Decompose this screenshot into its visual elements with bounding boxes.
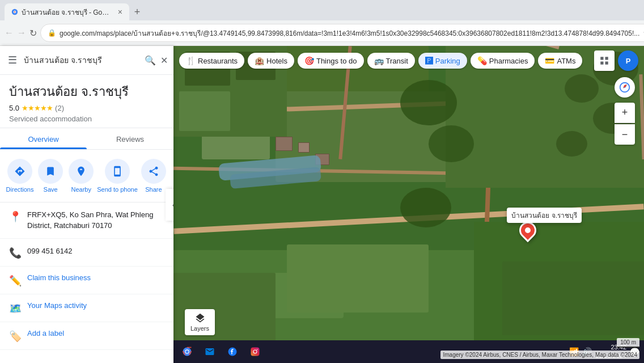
left-panel: ☰ 🔍 ✕ บ้านสวนต้อย จ.ราชบุรี 5.0 ★★★★★ (2…	[0, 46, 173, 363]
nearby-icon-circle	[69, 159, 94, 184]
label-icon: 🏷️	[9, 330, 20, 343]
atm-icon: 💳	[545, 56, 554, 65]
activity-icon: 🗺️	[9, 302, 20, 315]
compass-button[interactable]	[615, 77, 635, 98]
map-attribution: Imagery ©2024 Airbus, CNES / Airbus, Max…	[440, 351, 639, 359]
phone-icon: 📞	[9, 247, 20, 259]
map-scale: 100 m	[617, 338, 639, 348]
filter-transit[interactable]: 🚌 Transit	[367, 53, 415, 69]
nearby-icon	[75, 166, 87, 177]
rating-score: 5.0	[9, 104, 19, 112]
hotels-label: Hotels	[266, 57, 287, 65]
chevron-left-icon: ‹	[172, 200, 173, 209]
edit-icon: ✏️	[9, 275, 20, 287]
search-bar: ☰ 🔍 ✕	[0, 46, 173, 75]
send-icon-circle	[105, 159, 130, 184]
filter-atms[interactable]: 💳 ATMs	[538, 53, 582, 69]
reload-button[interactable]: ↻	[29, 25, 37, 41]
grid-icon	[599, 56, 609, 66]
share-btn[interactable]: Share	[139, 159, 168, 193]
zoom-in-button[interactable]: +	[615, 103, 635, 123]
mail-taskbar-btn[interactable]	[200, 341, 220, 362]
stars: ★★★★★	[22, 104, 53, 112]
phone-text: 099 451 6142	[27, 246, 73, 257]
layers-button[interactable]: Layers	[185, 309, 215, 335]
add-label-text[interactable]: Add a label	[27, 329, 64, 337]
claim-item[interactable]: ✏️ Claim this business	[0, 267, 173, 294]
active-tab[interactable]: บ้านสวนต้อย จ.ราชบุรี - Google M... ×	[5, 3, 129, 20]
svg-point-10	[185, 350, 188, 353]
filter-bar: 🍴 Restaurants 🏨 Hotels 🎯 Things to do 🚌 …	[173, 46, 644, 75]
tabs-row: Overview Reviews	[0, 128, 173, 150]
clear-search-button[interactable]: ✕	[160, 55, 168, 66]
transit-icon: 🚌	[374, 56, 384, 65]
instagram-icon	[250, 347, 260, 357]
save-label: Save	[44, 186, 58, 193]
facebook-taskbar-btn[interactable]	[222, 341, 243, 362]
tab-overview[interactable]: Overview	[0, 128, 87, 149]
instagram-taskbar-btn[interactable]	[245, 341, 265, 362]
layers-icon	[194, 313, 206, 324]
grid-view-button[interactable]	[594, 50, 615, 71]
location-icon: 📍	[9, 210, 20, 223]
layers-label: Layers	[190, 325, 209, 332]
svg-rect-12	[251, 348, 260, 356]
search-button[interactable]: 🔍	[145, 55, 156, 66]
zoom-out-button[interactable]: −	[615, 124, 635, 145]
maps-activity-text[interactable]: Your Maps activity	[27, 301, 87, 310]
menu-button[interactable]: ☰	[6, 52, 19, 69]
maps-favicon	[11, 8, 18, 16]
claim-text[interactable]: Claim this business	[27, 273, 91, 282]
chrome-icon	[182, 347, 192, 357]
filter-pharmacies[interactable]: 💊 Pharmacies	[471, 53, 535, 69]
directions-icon-circle	[7, 159, 32, 184]
nearby-btn[interactable]: Nearby	[66, 159, 96, 193]
fork-icon: 🍴	[186, 56, 196, 65]
hotel-icon: 🏨	[255, 56, 264, 65]
url-text: google.com/maps/place/บ้านสวนต้อย+จ.ราชบ…	[60, 28, 639, 39]
share-icon-circle	[141, 159, 166, 184]
save-icon-circle	[38, 159, 63, 184]
restaurants-label: Restaurants	[198, 57, 238, 65]
tab-reviews[interactable]: Reviews	[87, 128, 173, 149]
rating-row: 5.0 ★★★★★ (2)	[9, 104, 164, 112]
directions-label: Directions	[6, 186, 34, 193]
filter-restaurants[interactable]: 🍴 Restaurants	[179, 53, 244, 69]
review-count[interactable]: (2)	[55, 104, 64, 112]
satellite-map[interactable]	[173, 46, 644, 363]
back-button[interactable]: ←	[5, 25, 14, 41]
phone-item[interactable]: 📞 099 451 6142	[0, 239, 173, 267]
chrome-taskbar-btn[interactable]	[177, 341, 197, 362]
new-tab-button[interactable]: +	[129, 4, 145, 20]
send-to-phone-label: Send to phone	[97, 186, 138, 193]
svg-point-2	[14, 11, 15, 12]
map-controls: + −	[615, 103, 635, 145]
tab-close-btn[interactable]: ×	[118, 7, 122, 16]
nearby-label: Nearby	[71, 186, 91, 193]
maps-activity-item[interactable]: 🗺️ Your Maps activity	[0, 294, 173, 322]
directions-btn[interactable]: Directions	[5, 159, 35, 193]
collapse-panel-button[interactable]: ‹	[166, 189, 173, 221]
send-to-phone-btn[interactable]: Send to phone	[97, 159, 138, 193]
atms-label: ATMs	[557, 57, 575, 65]
pharmacies-label: Pharmacies	[489, 57, 528, 65]
add-label-item[interactable]: 🏷️ Add a label	[0, 322, 173, 350]
pin-inner-dot	[524, 226, 532, 234]
svg-point-14	[257, 349, 258, 351]
address-bar[interactable]: 🔒 google.com/maps/place/บ้านสวนต้อย+จ.รา…	[40, 24, 644, 42]
things-icon: 🎯	[304, 56, 314, 65]
filter-hotels[interactable]: 🏨 Hotels	[248, 53, 294, 69]
address-item[interactable]: 📍 FRFX+XQ5, Ko San Phra, Wat Phleng Dist…	[0, 202, 173, 239]
mail-icon	[205, 347, 215, 357]
tab-title: บ้านสวนต้อย จ.ราชบุรี - Google M...	[22, 7, 112, 18]
save-btn[interactable]: Save	[36, 159, 65, 193]
forward-button[interactable]: →	[17, 25, 26, 41]
filter-parking[interactable]: 🅿 Parking	[418, 53, 467, 69]
location-pin	[519, 222, 536, 239]
map-area[interactable]: 🍴 Restaurants 🏨 Hotels 🎯 Things to do 🚌 …	[173, 46, 644, 363]
search-input[interactable]	[24, 56, 140, 65]
maps-logo-button[interactable]: P	[618, 50, 638, 71]
pharmacy-icon: 💊	[477, 56, 487, 65]
directions-icon	[14, 166, 26, 177]
filter-things-to-do[interactable]: 🎯 Things to do	[298, 53, 364, 69]
